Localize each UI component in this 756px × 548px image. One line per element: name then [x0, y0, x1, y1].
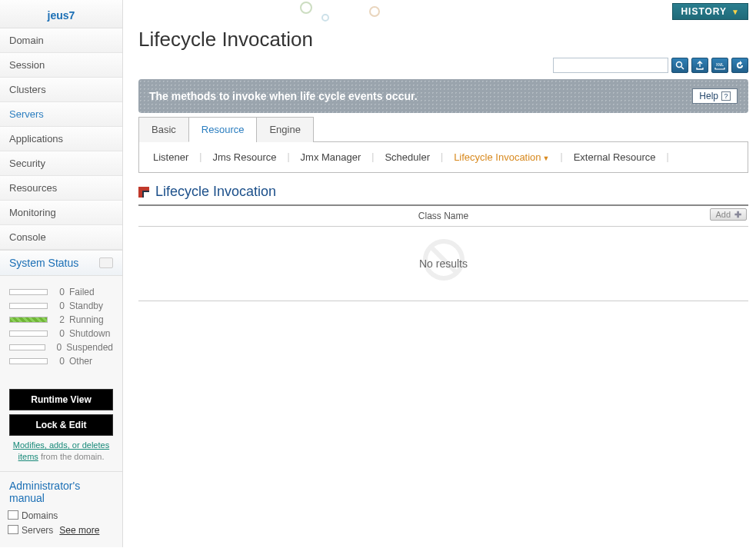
nav-item-clusters[interactable]: Clusters [0, 78, 122, 102]
svg-point-0 [677, 62, 682, 68]
history-button[interactable]: HISTORY ▼ [672, 3, 748, 20]
nav-item-console[interactable]: Console [0, 225, 122, 250]
subtab-scheduler[interactable]: Scheduler [381, 151, 433, 163]
main-content: HISTORY ▼ Lifecycle Invocation XML The m… [123, 0, 756, 547]
tab-basic[interactable]: Basic [138, 117, 189, 142]
manual-item-domains[interactable]: Domains [9, 510, 113, 521]
svg-line-1 [681, 67, 684, 69]
section-icon [138, 187, 149, 198]
plus-icon: ✚ [734, 211, 741, 218]
subtab-external-resource[interactable]: External Resource [571, 151, 659, 163]
subtab-jmx-manager[interactable]: Jmx Manager [298, 151, 365, 163]
svg-text:XML: XML [716, 62, 724, 67]
book-icon [9, 526, 18, 533]
brand-link[interactable]: jeus7 [48, 9, 75, 22]
lock-hint: Modifies, adds, or deletes items from th… [9, 440, 113, 463]
book-icon [9, 511, 18, 519]
empty-state: No results [138, 227, 748, 301]
banner-text: The methods to invoke when life cycle ev… [149, 90, 418, 102]
status-row-other: 0Other [9, 356, 113, 367]
tab-bar: Basic Resource Engine [138, 116, 748, 142]
manual-item-servers[interactable]: ServersSee more [9, 525, 113, 536]
status-refresh-icon[interactable] [99, 257, 113, 268]
status-row-standby: 0Standby [9, 301, 113, 311]
table-header: Class Name Add ✚ [138, 204, 748, 227]
nav-item-domain[interactable]: Domain [0, 28, 122, 53]
status-row-running: 2Running [9, 314, 113, 325]
subtab-listener[interactable]: Listener [150, 151, 191, 163]
nav-list: Domain Session Clusters Servers Applicat… [0, 28, 122, 250]
deco-circle-icon [369, 6, 380, 17]
action-buttons: Runtime View Lock & Edit Modifies, adds,… [0, 377, 122, 471]
manual-block: Administrator's manual Domains ServersSe… [0, 471, 122, 547]
status-row-failed: 0Failed [9, 287, 113, 297]
add-button[interactable]: Add ✚ [710, 208, 747, 221]
help-button[interactable]: Help ? [692, 88, 738, 104]
subtab-bar: Listener| Jms Resource| Jmx Manager| Sch… [138, 142, 748, 173]
runtime-view-button[interactable]: Runtime View [9, 389, 113, 410]
system-status-title: System Status [9, 257, 78, 269]
nav-item-applications[interactable]: Applications [0, 127, 122, 151]
section-title: Lifecycle Invocation [155, 184, 276, 200]
topbar: HISTORY ▼ [138, 3, 748, 20]
system-status-header: System Status [0, 250, 122, 276]
nav-item-session[interactable]: Session [0, 53, 122, 78]
nav-item-security[interactable]: Security [0, 151, 122, 176]
see-more-link[interactable]: See more [59, 525, 99, 536]
brand-header: jeus7 [0, 0, 122, 28]
nav-item-servers[interactable]: Servers [0, 102, 122, 127]
tab-resource[interactable]: Resource [188, 117, 258, 142]
xml-export-icon[interactable]: XML [711, 58, 728, 73]
sidebar: jeus7 Domain Session Clusters Servers Ap… [0, 0, 123, 547]
chevron-down-icon: ▼ [731, 8, 740, 16]
subtab-lifecycle-invocation[interactable]: Lifecycle Invocation▼ [451, 151, 552, 163]
page-title: Lifecycle Invocation [138, 28, 748, 51]
help-icon: ? [721, 91, 731, 101]
section-title-row: Lifecycle Invocation [138, 184, 748, 200]
nav-item-resources[interactable]: Resources [0, 176, 122, 201]
subtab-jms-resource[interactable]: Jms Resource [209, 151, 279, 163]
deco-circle-icon [321, 14, 329, 22]
info-banner: The methods to invoke when life cycle ev… [138, 79, 748, 113]
search-icon[interactable] [671, 58, 688, 73]
refresh-icon[interactable] [731, 58, 748, 73]
column-class-name: Class Name [418, 211, 468, 221]
chevron-down-icon: ▼ [543, 154, 550, 162]
manual-title: Administrator's manual [9, 480, 113, 504]
nav-item-monitoring[interactable]: Monitoring [0, 201, 122, 225]
search-input[interactable] [553, 58, 668, 73]
status-row-shutdown: 0Shutdown [9, 328, 113, 339]
tab-engine[interactable]: Engine [256, 117, 313, 142]
lock-edit-button[interactable]: Lock & Edit [9, 414, 113, 436]
divider [138, 301, 748, 301]
status-row-suspended: 0Suspended [9, 342, 113, 353]
deco-circle-icon [300, 2, 312, 14]
export-icon[interactable] [691, 58, 708, 73]
toolbar: XML [138, 58, 748, 73]
status-block: 0Failed 0Standby 2Running 0Shutdown 0Sus… [0, 276, 122, 377]
